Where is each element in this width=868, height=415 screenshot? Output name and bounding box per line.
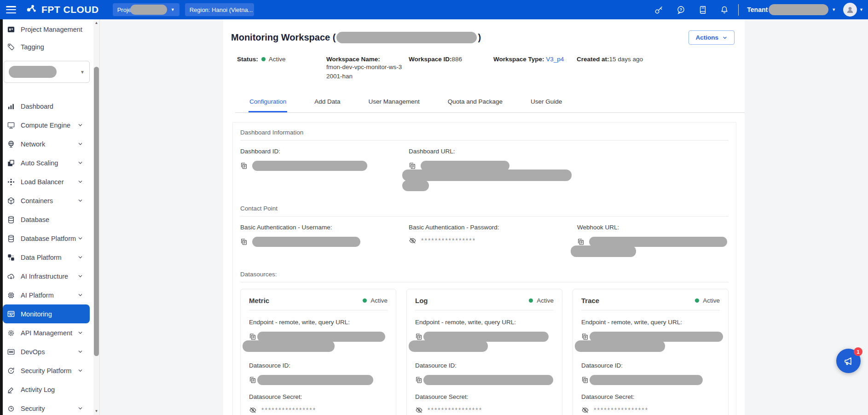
bar-chart-icon — [6, 102, 15, 111]
sidebar-item-security[interactable]: Security — [3, 399, 90, 415]
tab-quota-and-package[interactable]: Quota and Package — [447, 94, 503, 112]
datasource-name: Metric — [249, 297, 269, 304]
workspace-detail-card: Monitoring Workspace ( ) Actions Status:… — [223, 19, 745, 415]
sidebar-item-load-balancer[interactable]: Load Balancer — [3, 172, 90, 191]
workspace-name-value: fmon-dev-vpc-monitor-ws-32001-han — [326, 63, 404, 82]
sidebar-item-tagging[interactable]: Tagging — [3, 38, 90, 56]
load-balancer-icon — [6, 177, 15, 186]
actions-button[interactable]: Actions — [689, 30, 735, 45]
eye-off-icon[interactable] — [581, 406, 589, 414]
datasource-status: Active — [703, 297, 720, 304]
tab-user-management[interactable]: User Management — [368, 94, 421, 112]
sidebar-item-ai-platform[interactable]: AI Platform — [3, 286, 90, 304]
workspace-type-value[interactable]: V3_p4 — [546, 56, 564, 63]
sidebar-item-devops[interactable]: DevOps — [3, 342, 90, 361]
megaphone-icon — [843, 355, 855, 367]
monitor-icon — [6, 121, 15, 129]
redacted-username — [252, 237, 360, 247]
menu-hamburger-icon[interactable] — [6, 6, 16, 13]
api-key-icon[interactable] — [654, 5, 664, 15]
datasource-name: Trace — [581, 297, 599, 304]
user-avatar[interactable] — [843, 3, 857, 17]
region-selector-label: Region: Hanoi (Vietna... — [190, 6, 253, 13]
status-label: Status: — [237, 56, 258, 63]
announcements-fab[interactable]: 1 — [836, 349, 861, 373]
redacted-webhook-url — [571, 245, 636, 257]
chevron-down-icon[interactable]: ▼ — [859, 8, 863, 12]
tenant-label: Tenant — [747, 6, 768, 13]
sidebar-item-security-platform[interactable]: Security Platform — [3, 361, 90, 380]
datasource-status: Active — [370, 297, 388, 304]
eye-off-icon[interactable] — [249, 406, 257, 414]
sidebar-item-network[interactable]: Network — [3, 134, 90, 153]
documentation-icon[interactable] — [698, 5, 707, 15]
eye-off-icon[interactable] — [409, 237, 417, 245]
tab-add-data[interactable]: Add Data — [313, 94, 341, 112]
sidebar-navigation: Project Management Tagging ▼ Dashboard — [0, 19, 100, 415]
redacted-datasource-id — [590, 375, 703, 385]
sidebar-project-dropdown[interactable]: ▼ — [4, 61, 90, 83]
copy-icon[interactable] — [415, 376, 422, 384]
sidebar-item-data-platform[interactable]: Data Platform — [3, 248, 90, 267]
endpoint-url-label: Endpoint - remote, write, query URL: — [581, 319, 720, 326]
sidebar-item-label: AI Infrastructure — [21, 273, 68, 280]
fpt-cloud-logo[interactable]: FPT CLOUD — [26, 3, 99, 17]
chevron-down-icon — [77, 273, 83, 279]
workspace-id-value: 886 — [452, 56, 463, 63]
chevron-down-icon — [77, 235, 83, 241]
notifications-bell-icon[interactable] — [720, 5, 729, 15]
sidebar-item-label: Data Platform — [21, 254, 62, 261]
sidebar-item-database[interactable]: Database — [3, 210, 90, 229]
sidebar-item-api-management[interactable]: API Management — [3, 323, 90, 342]
sidebar-item-project-management[interactable]: Project Management — [3, 21, 90, 38]
logo-text: FPT CLOUD — [41, 4, 99, 15]
help-icon[interactable]: ? — [676, 5, 686, 15]
page-title: Monitoring Workspace ( ) — [231, 32, 481, 43]
status-active-dot — [695, 298, 699, 303]
eye-off-icon[interactable] — [415, 406, 423, 414]
scroll-down-arrow-icon[interactable]: ▼ — [93, 409, 99, 414]
tab-user-guide[interactable]: User Guide — [530, 94, 563, 112]
sidebar-item-containers[interactable]: Containers — [3, 191, 90, 210]
project-selector[interactable]: Proje ▼ — [113, 3, 179, 16]
scrollbar-thumb[interactable] — [94, 67, 99, 356]
sidebar-scrollbar[interactable]: ▲ ▼ — [93, 19, 99, 415]
sidebar-item-label: Containers — [21, 197, 53, 205]
copy-icon[interactable] — [415, 333, 422, 340]
region-selector[interactable]: Region: Hanoi (Vietna... ▼ — [185, 3, 254, 16]
sidebar-item-compute-engine[interactable]: Compute Engine — [3, 116, 90, 134]
sidebar-item-auto-scaling[interactable]: Auto Scaling — [3, 153, 90, 172]
copy-icon[interactable] — [409, 162, 416, 170]
sidebar-item-label: Network — [21, 140, 45, 148]
sidebar-item-ai-infrastructure[interactable]: AI Infrastructure — [3, 267, 90, 286]
chevron-down-icon — [77, 254, 83, 260]
copy-icon[interactable] — [581, 376, 589, 384]
dashboard-information-section: Dashboard Information Dashboard ID: Dash… — [240, 129, 729, 193]
section-heading: Contact Point — [240, 205, 729, 216]
redacted-dashboard-url — [402, 170, 572, 181]
tab-configuration[interactable]: Configuration — [249, 94, 287, 112]
chevron-down-icon — [77, 198, 83, 204]
scroll-up-arrow-icon[interactable]: ▲ — [93, 20, 99, 26]
datasource-id-label: Datasource ID: — [249, 362, 388, 369]
dashboard-id-label: Dashboard ID: — [240, 148, 409, 155]
actions-button-label: Actions — [695, 34, 718, 41]
sidebar-item-label: Security Platform — [21, 367, 71, 374]
sidebar-item-monitoring[interactable]: Monitoring — [3, 304, 90, 323]
copy-icon[interactable] — [240, 162, 248, 170]
copy-icon[interactable] — [581, 333, 589, 340]
copy-icon[interactable] — [577, 238, 584, 245]
webhook-url-label: Webhook URL: — [577, 224, 729, 231]
redacted-tenant-name — [769, 4, 828, 15]
sidebar-item-label: DevOps — [21, 348, 45, 356]
copy-icon[interactable] — [240, 238, 248, 245]
sidebar-item-activity-log[interactable]: Activity Log — [3, 380, 90, 399]
copy-icon[interactable] — [249, 333, 256, 340]
sidebar-item-label: Database Platform — [21, 235, 76, 242]
tenant-selector[interactable]: Tenant ▼ — [747, 4, 836, 15]
copy-icon[interactable] — [249, 376, 256, 384]
chevron-down-icon — [77, 160, 83, 166]
sidebar-item-database-platform[interactable]: Database Platform — [3, 229, 90, 248]
workspace-tabs: Configuration Add Data User Management Q… — [235, 94, 745, 113]
sidebar-item-dashboard[interactable]: Dashboard — [3, 97, 90, 116]
